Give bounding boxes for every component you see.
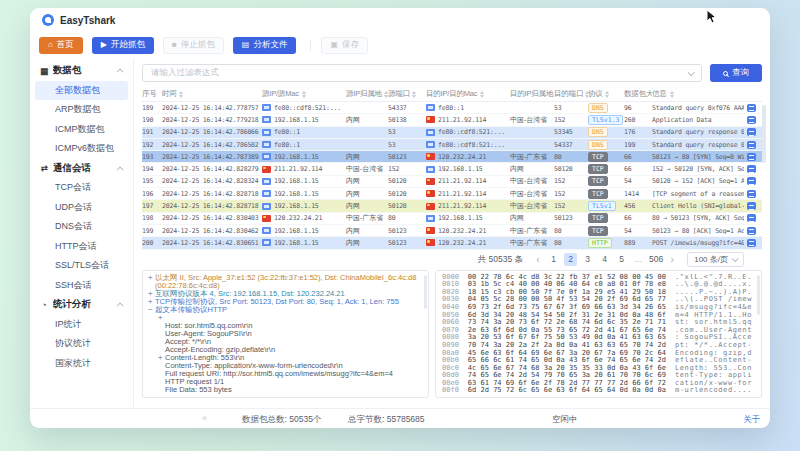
packet-comment-icon[interactable] (747, 153, 756, 161)
page-size-select[interactable]: 100 条/页 (687, 252, 744, 267)
packet-detail-tree[interactable]: + 以太网 II, Src: Apple_37:e1:52 (3c:22:fb:… (142, 270, 429, 398)
toolbar-button[interactable]: 分析文件 (233, 37, 297, 54)
sidebar-item[interactable]: ARP数据包 (35, 100, 128, 120)
packet-comment-icon[interactable] (747, 116, 756, 124)
packet-row[interactable]: 198 2024-12-25 16:14:42.830403 120.232.2… (142, 213, 762, 225)
detail-tree-line[interactable]: − 超文本传输协议HTTP (148, 306, 424, 314)
expand-toggle-icon[interactable] (158, 370, 165, 378)
page-number-button[interactable]: 1 (547, 253, 560, 266)
column-header[interactable]: 目的IP/目的Mac (426, 89, 510, 99)
sort-icon[interactable] (302, 91, 306, 98)
sidebar-item[interactable]: SSL/TLS会话 (35, 256, 128, 276)
packet-row[interactable]: 195 2024-12-25 16:14:42.828324 192.168.1… (142, 176, 762, 188)
packet-comment-icon[interactable] (747, 165, 756, 173)
sort-icon[interactable] (480, 91, 484, 98)
toolbar-button[interactable]: 开始抓包 (92, 37, 154, 54)
packet-row[interactable]: 191 2024-12-25 16:14:42.786066 fe80::1 5… (142, 127, 762, 139)
packet-comment-icon[interactable] (747, 141, 756, 149)
column-header[interactable]: 协议 (588, 89, 624, 99)
sidebar-item[interactable]: 统计分析 (35, 295, 128, 315)
search-button[interactable]: 查询 (710, 64, 762, 82)
page-number-button[interactable]: 4 (598, 253, 611, 266)
chevron-up-icon[interactable] (117, 303, 124, 310)
hex-scrollbar[interactable] (757, 275, 760, 315)
table-scrollbar[interactable] (762, 105, 766, 163)
sidebar-item[interactable]: 通信会话 (35, 159, 128, 179)
expand-toggle-icon[interactable]: + (148, 274, 155, 290)
packet-row[interactable]: 190 2024-12-25 16:14:42.779218 192.168.1… (142, 114, 762, 126)
packet-comment-icon[interactable] (747, 177, 756, 185)
toolbar-button[interactable]: 保存 (321, 37, 368, 54)
packet-row[interactable]: 189 2024-12-25 16:14:42.778757 fe80::cdf… (142, 102, 762, 114)
filter-expression-input[interactable]: 请输入过滤表达式 (142, 64, 702, 82)
chevron-up-icon[interactable] (117, 166, 124, 173)
page-number-button[interactable]: 506 (649, 253, 663, 266)
packet-comment-icon[interactable] (747, 202, 756, 210)
expand-toggle-icon[interactable] (158, 362, 165, 370)
about-link[interactable]: 关于 (743, 414, 760, 426)
sidebar-item[interactable]: HTTP会话 (35, 237, 128, 257)
chevron-down-icon[interactable] (688, 69, 695, 76)
sidebar-item[interactable]: 国家统计 (35, 354, 128, 374)
detail-tree-line[interactable]: + 以太网 II, Src: Apple_37:e1:52 (3c:22:fb:… (148, 274, 424, 290)
sidebar-item[interactable]: ICMPv6数据包 (35, 139, 128, 159)
column-header[interactable]: 目的端口 (554, 89, 588, 99)
packet-row[interactable]: 200 2024-12-25 16:14:42.830651 192.168.1… (142, 237, 762, 249)
expand-toggle-icon[interactable]: − (148, 306, 155, 314)
sort-icon[interactable] (605, 91, 609, 98)
column-header[interactable]: 信息 (652, 89, 762, 99)
sidebar-item[interactable]: 协议统计 (35, 334, 128, 354)
column-header[interactable]: 时间 (162, 89, 262, 99)
packet-row[interactable]: 192 2024-12-25 16:14:42.786502 fe80::1 5… (142, 139, 762, 151)
packet-row[interactable]: 193 2024-12-25 16:14:42.787389 192.168.1… (142, 151, 762, 163)
packet-row[interactable]: 196 2024-12-25 16:14:42.828718 192.168.1… (142, 188, 762, 200)
column-header[interactable]: 序号 (142, 89, 162, 99)
sidebar-collapse-icon[interactable]: « (202, 413, 207, 423)
hex-dump-pane[interactable]: 0000 00 22 78 6c 4c d8 3c 22 fb 37 e1 52… (435, 270, 762, 398)
page-number-button[interactable]: ... (632, 253, 645, 266)
chevron-up-icon[interactable] (117, 69, 124, 76)
packet-row[interactable]: 194 2024-12-25 16:14:42.828279 211.21.92… (142, 163, 762, 175)
expand-toggle-icon[interactable] (158, 378, 165, 386)
sidebar-item[interactable]: IP统计 (35, 315, 128, 335)
sort-icon[interactable] (670, 91, 674, 98)
sidebar-item[interactable]: DNS会话 (35, 217, 128, 237)
packet-comment-icon[interactable] (747, 128, 756, 136)
sidebar-item[interactable]: ICMP数据包 (35, 120, 128, 140)
expand-toggle-icon[interactable] (158, 322, 165, 330)
page-number-button[interactable]: 2 (564, 253, 577, 266)
column-header[interactable]: 源IP归属地 (346, 89, 388, 99)
expand-toggle-icon[interactable] (158, 386, 165, 394)
packet-comment-icon[interactable] (747, 214, 756, 222)
toolbar-button[interactable]: 首页 (39, 37, 83, 54)
column-header[interactable]: 源IP/源Mac (262, 89, 346, 99)
column-header[interactable]: 数据包大小 (624, 89, 652, 99)
page-number-button[interactable]: 5 (615, 253, 628, 266)
toolbar-button[interactable]: 停止抓包 (163, 37, 224, 54)
column-header[interactable]: 目的IP归属地 (510, 89, 554, 99)
sidebar-item[interactable]: 数据包 (35, 61, 128, 81)
prev-page-button[interactable]: ‹ (533, 254, 543, 265)
expand-toggle-icon[interactable]: + (158, 314, 165, 322)
expand-toggle-icon[interactable] (158, 330, 165, 338)
expand-toggle-icon[interactable]: + (158, 354, 165, 362)
sidebar-item[interactable]: SSH会话 (35, 276, 128, 296)
cell-protocol: TCP (588, 226, 624, 236)
sidebar-item[interactable]: UDP会话 (35, 198, 128, 218)
sort-icon[interactable] (179, 91, 183, 98)
packet-comment-icon[interactable] (747, 227, 756, 235)
packet-row[interactable]: 197 2024-12-25 16:14:42.828718 192.168.1… (142, 200, 762, 212)
detail-scrollbar[interactable] (424, 275, 427, 309)
packet-comment-icon[interactable] (747, 190, 756, 198)
next-page-button[interactable]: › (667, 254, 677, 265)
sidebar-item[interactable]: 全部数据包 (35, 81, 128, 101)
packet-row[interactable]: 199 2024-12-25 16:14:42.830462 192.168.1… (142, 225, 762, 237)
packet-comment-icon[interactable] (747, 239, 756, 247)
sidebar-item[interactable]: TCP会话 (35, 178, 128, 198)
column-header[interactable]: 源端口 (388, 89, 426, 99)
expand-toggle-icon[interactable] (158, 338, 165, 346)
sort-icon[interactable] (412, 91, 416, 98)
detail-tree-line[interactable]: File Data: 553 bytes (148, 386, 424, 394)
page-number-button[interactable]: 3 (581, 253, 594, 266)
packet-comment-icon[interactable] (747, 104, 756, 112)
